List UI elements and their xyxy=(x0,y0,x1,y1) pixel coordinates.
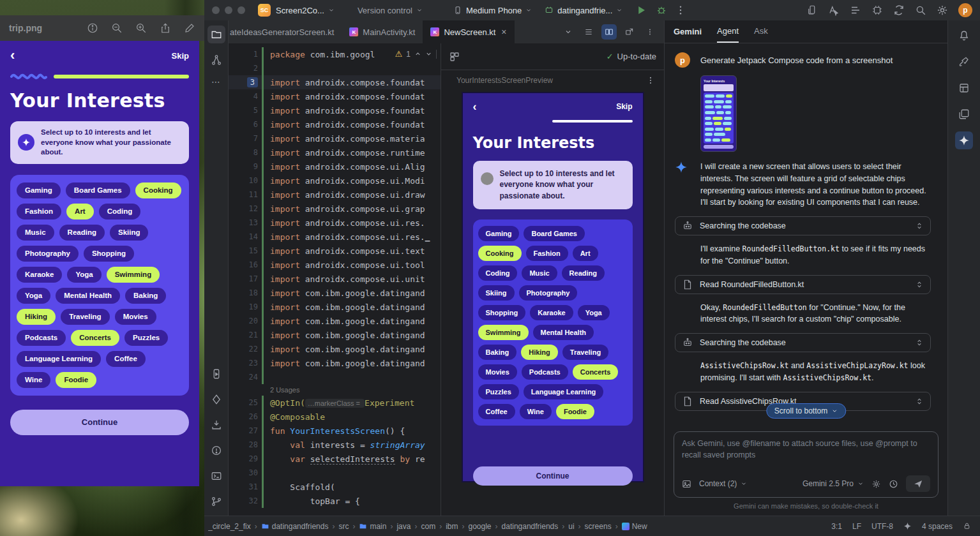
profiler-icon[interactable] xyxy=(871,4,883,16)
tab-newscreen[interactable]: K NewScreen.kt × xyxy=(423,20,514,43)
breadcrumb-_circle_2_fix[interactable]: _circle_2_fix xyxy=(208,522,251,531)
line-number[interactable]: 19 xyxy=(249,302,258,311)
line-number[interactable]: 18 xyxy=(249,288,258,297)
tab-agent[interactable]: Agent xyxy=(717,20,739,43)
code-line-11[interactable]: 11import androidx.compose.ui.draw xyxy=(229,188,441,202)
line-number[interactable]: 4 xyxy=(253,92,258,101)
line-number[interactable]: 24 xyxy=(249,373,258,382)
breadcrumb-java[interactable]: java xyxy=(396,522,411,531)
next-issue-icon[interactable] xyxy=(425,50,432,57)
build-variants-button[interactable] xyxy=(207,391,225,408)
user-avatar[interactable]: p xyxy=(958,3,972,17)
code-line-12[interactable]: 12import androidx.compose.ui.grap xyxy=(229,202,441,216)
code-line-28[interactable]: 28 val interests = stringArray xyxy=(229,438,441,452)
tool-call-read-roundedfilledbutton-kt[interactable]: Read RoundedFilledButton.kt xyxy=(675,275,931,294)
code-line-24[interactable]: 24 xyxy=(229,370,441,384)
line-number[interactable]: 32 xyxy=(249,496,258,505)
float-window-icon[interactable] xyxy=(622,24,637,40)
tool-call-searching-the-codebase[interactable]: Searching the codebase xyxy=(675,333,931,352)
tab-ask[interactable]: Ask xyxy=(754,20,768,43)
tool-call-searching-the-codebase[interactable]: Searching the codebase xyxy=(675,216,931,235)
code-line-5[interactable]: 5import androidx.compose.foundat xyxy=(229,103,441,117)
code-line-30[interactable]: 30 xyxy=(229,466,441,480)
attach-image-icon[interactable] xyxy=(682,479,691,489)
line-separator[interactable]: LF xyxy=(852,522,861,531)
code-line-15[interactable]: 15import androidx.compose.ui.text xyxy=(229,244,441,258)
line-number[interactable]: 6 xyxy=(253,120,258,129)
code-line-17[interactable]: 17import androidx.compose.ui.unit xyxy=(229,272,441,286)
resource-manager-button[interactable] xyxy=(955,105,973,123)
line-number[interactable]: 21 xyxy=(249,331,258,339)
model-dropdown[interactable]: Gemini 2.5 Pro xyxy=(803,479,864,488)
breadcrumb-screens[interactable]: screens xyxy=(585,522,612,531)
zoom-in-icon[interactable] xyxy=(135,22,147,34)
line-number[interactable]: 16 xyxy=(249,260,258,269)
line-number[interactable]: 10 xyxy=(249,176,258,185)
breadcrumb-main[interactable]: main xyxy=(359,522,386,531)
preview-kebab-icon[interactable] xyxy=(646,76,655,85)
breadcrumb-src[interactable]: src xyxy=(338,522,349,531)
running-devices-button[interactable] xyxy=(207,365,225,383)
run-configuration-selector[interactable]: datingandfrie... xyxy=(545,6,622,15)
line-number[interactable]: 30 xyxy=(249,468,258,477)
screenshot-thumbnail[interactable]: Your Interests xyxy=(700,75,737,152)
code-line-31[interactable]: 31 Scaffold( xyxy=(229,480,441,494)
line-number[interactable]: 17 xyxy=(249,274,258,283)
code-line-8[interactable]: 8import androidx.compose.runtime xyxy=(229,145,441,160)
code-line-18[interactable]: 18import com.ibm.google.datingand xyxy=(229,286,441,300)
breadcrumb-datingandfriends[interactable]: datingandfriends xyxy=(261,522,329,531)
hidden-tabs-chevron-icon[interactable] xyxy=(561,24,576,40)
version-control-button[interactable] xyxy=(207,493,225,510)
code-line-26[interactable]: 26@Composable xyxy=(229,410,441,424)
breadcrumb-ibm[interactable]: ibm xyxy=(446,522,458,531)
expand-collapse-icon[interactable] xyxy=(915,338,924,347)
indent-setting[interactable]: 4 spaces xyxy=(922,522,953,531)
more-tool-windows-button[interactable]: ⋯ xyxy=(211,77,221,87)
code-line-22[interactable]: 22import com.ibm.google.datingand xyxy=(229,342,441,356)
code-line-9[interactable]: 9import androidx.compose.ui.Alig xyxy=(229,160,441,174)
code-line-27[interactable]: 27fun YourInterestsScreen() { xyxy=(229,424,441,438)
commit-tool-button[interactable] xyxy=(207,51,225,69)
code-line-32[interactable]: 32 topBar = { xyxy=(229,494,441,508)
line-number[interactable]: 11 xyxy=(249,190,258,199)
markup-pencil-icon[interactable] xyxy=(184,22,195,34)
sync-icon[interactable] xyxy=(893,4,905,16)
code-line-10[interactable]: 10import androidx.compose.ui.Modi xyxy=(229,174,441,188)
line-number[interactable]: 14 xyxy=(249,232,258,241)
vcs-widget[interactable]: Version control xyxy=(358,6,423,15)
line-number[interactable]: 7 xyxy=(253,134,258,143)
code-line-13[interactable]: 13import androidx.compose.ui.res. xyxy=(229,216,441,230)
inspections-widget[interactable]: ⚠ 1 xyxy=(394,49,438,59)
breadcrumb-com[interactable]: com xyxy=(421,522,435,531)
caret-position[interactable]: 3:1 xyxy=(831,522,842,531)
preview-name[interactable]: YourInterestsScreenPreview xyxy=(456,76,553,85)
code-line-6[interactable]: 6import androidx.compose.foundat xyxy=(229,117,441,131)
split-preview-toggle-icon[interactable] xyxy=(601,24,617,40)
line-number[interactable]: 9 xyxy=(253,162,258,171)
line-number[interactable]: 31 xyxy=(249,482,258,491)
line-number[interactable]: 23 xyxy=(249,359,258,368)
window-controls[interactable] xyxy=(212,6,245,14)
scroll-to-bottom-button[interactable]: Scroll to bottom xyxy=(766,403,846,419)
expand-collapse-icon[interactable] xyxy=(915,397,924,406)
info-icon[interactable] xyxy=(87,22,98,34)
code-line-2[interactable]: 2 xyxy=(229,61,441,75)
project-tool-button[interactable] xyxy=(207,26,225,43)
line-number[interactable]: 8 xyxy=(253,148,258,157)
file-encoding[interactable]: UTF-8 xyxy=(871,522,893,531)
todo-list-icon[interactable] xyxy=(850,4,861,16)
code-editor[interactable]: 1package com.ibm.googl23import androidx.… xyxy=(229,43,441,516)
history-icon[interactable] xyxy=(889,479,898,489)
close-window-icon[interactable] xyxy=(212,6,220,14)
more-actions-button[interactable] xyxy=(675,4,686,16)
preview-build-status[interactable]: ✓ Up-to-date xyxy=(607,52,656,61)
breadcrumb-datingandfriends[interactable]: datingandfriends xyxy=(502,522,559,531)
code-line-23[interactable]: 23import com.ibm.google.datingand xyxy=(229,356,441,370)
tab-dateideasgeneratorscreen[interactable]: ateIdeasGeneratorScreen.kt xyxy=(229,20,342,43)
settings-icon[interactable] xyxy=(937,4,948,16)
gemini-settings-icon[interactable] xyxy=(871,479,881,489)
code-line-7[interactable]: 7import androidx.compose.materia xyxy=(229,131,441,145)
code-line-21[interactable]: 21import com.ibm.google.datingand xyxy=(229,328,441,342)
breadcrumb-ui[interactable]: ui xyxy=(568,522,574,531)
app-insights-icon[interactable] xyxy=(828,4,840,16)
